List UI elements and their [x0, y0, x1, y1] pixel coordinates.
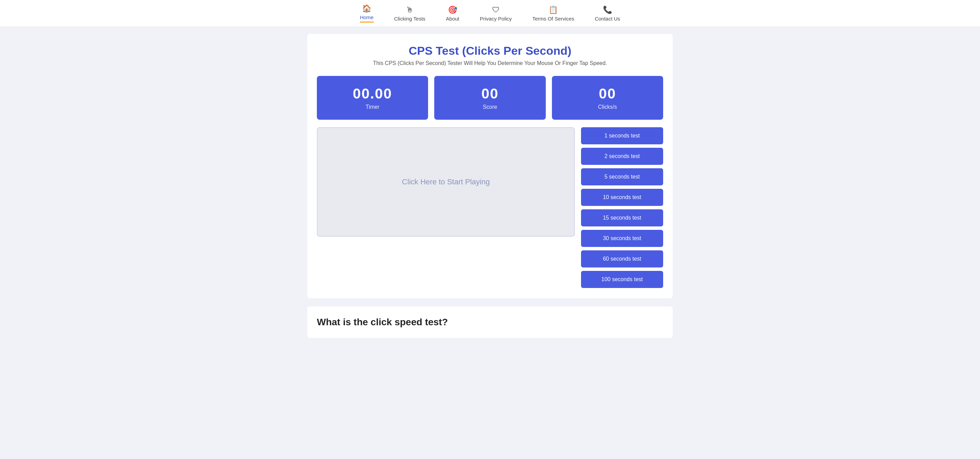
stat-clicks: 00 Clicks/s: [552, 76, 663, 120]
timer-label: Timer: [366, 104, 379, 110]
nav-contact[interactable]: 📞 Contact Us: [595, 5, 620, 22]
test-btn-2s[interactable]: 2 seconds test: [581, 148, 663, 165]
game-layout: Click Here to Start Playing 1 seconds te…: [317, 127, 663, 288]
phone-icon: 📞: [603, 5, 612, 14]
score-value: 00: [482, 86, 499, 102]
bottom-card: What is the click speed test?: [307, 307, 673, 338]
click-area[interactable]: Click Here to Start Playing: [317, 127, 575, 237]
stat-score: 00 Score: [434, 76, 546, 120]
page-subtitle: This CPS (Clicks Per Second) Tester Will…: [317, 60, 663, 66]
test-btn-1s[interactable]: 1 seconds test: [581, 127, 663, 145]
timer-value: 00.00: [353, 86, 392, 102]
nav-privacy-policy[interactable]: 🛡 Privacy Policy: [480, 5, 512, 22]
nav-about[interactable]: 🎯 About: [446, 5, 459, 22]
nav-home[interactable]: 🏠 Home: [360, 4, 374, 22]
nav-home-label: Home: [360, 14, 374, 20]
test-btn-100s[interactable]: 100 seconds test: [581, 271, 663, 288]
test-btn-60s[interactable]: 60 seconds test: [581, 250, 663, 267]
sidebar-buttons: 1 seconds test2 seconds test5 seconds te…: [581, 127, 663, 288]
nav-clicking-tests[interactable]: 🖱 Clicking Tests: [394, 5, 425, 22]
nav-privacy-label: Privacy Policy: [480, 16, 512, 22]
page-title: CPS Test (Clicks Per Second): [317, 44, 663, 57]
page-wrapper: CPS Test (Clicks Per Second) This CPS (C…: [302, 27, 678, 352]
main-nav: 🏠 Home 🖱 Clicking Tests 🎯 About 🛡 Privac…: [0, 0, 980, 27]
about-icon: 🎯: [448, 5, 457, 14]
shield-icon: 🛡: [492, 5, 500, 14]
test-btn-10s[interactable]: 10 seconds test: [581, 189, 663, 206]
stat-timer: 00.00 Timer: [317, 76, 428, 120]
test-btn-30s[interactable]: 30 seconds test: [581, 230, 663, 247]
main-card: CPS Test (Clicks Per Second) This CPS (C…: [307, 34, 673, 298]
nav-contact-label: Contact Us: [595, 16, 620, 22]
test-btn-5s[interactable]: 5 seconds test: [581, 168, 663, 185]
clicks-value: 00: [599, 86, 616, 102]
mouse-icon: 🖱: [406, 5, 414, 14]
test-btn-15s[interactable]: 15 seconds test: [581, 209, 663, 226]
terms-icon: 📋: [549, 5, 558, 14]
nav-terms[interactable]: 📋 Terms Of Services: [533, 5, 574, 22]
clicks-label: Clicks/s: [598, 104, 617, 110]
stats-row: 00.00 Timer 00 Score 00 Clicks/s: [317, 76, 663, 120]
score-label: Score: [483, 104, 497, 110]
home-icon: 🏠: [362, 4, 371, 13]
click-area-text: Click Here to Start Playing: [402, 178, 490, 186]
nav-terms-label: Terms Of Services: [533, 16, 574, 22]
nav-clicking-tests-label: Clicking Tests: [394, 16, 425, 22]
bottom-title: What is the click speed test?: [317, 317, 663, 328]
nav-about-label: About: [446, 16, 459, 22]
